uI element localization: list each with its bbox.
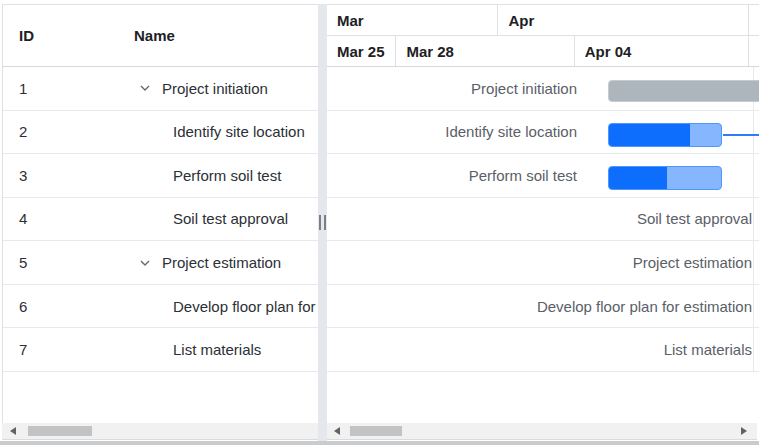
task-name-cell: Identify site location <box>122 123 318 140</box>
grid-horizontal-scrollbar[interactable] <box>2 423 318 440</box>
chevron-down-icon[interactable] <box>134 82 162 94</box>
gantt-component: ID Name 1 Project initiation 2 Identify … <box>0 0 759 445</box>
timeline-cell-week-empty <box>749 36 759 66</box>
scrollbar-thumb[interactable] <box>28 426 92 436</box>
dependency-connector-line <box>723 134 759 136</box>
grid-row-6[interactable]: 6 Develop floor plan for estimation <box>3 285 318 329</box>
timeline-tier-weeks: Mar 25 Mar 28 Apr 04 <box>327 36 759 67</box>
chart-row-7[interactable]: List materials <box>327 328 759 372</box>
taskbar-left-label: Project estimation <box>633 254 759 271</box>
page-scrollbar-strip[interactable] <box>0 441 759 445</box>
timeline-tier-months: Mar Apr <box>327 5 759 36</box>
treegrid-header: ID Name <box>3 5 318 67</box>
splitter-bar[interactable] <box>318 4 327 442</box>
column-header-id[interactable]: ID <box>3 27 122 44</box>
task-name-cell: Soil test approval <box>122 210 318 227</box>
grid-row-2[interactable]: 2 Identify site location <box>3 111 318 155</box>
timeline-cell-month: Mar <box>327 5 498 35</box>
chart-row-6[interactable]: Develop floor plan for estimation <box>327 285 759 329</box>
grid-row-3[interactable]: 3 Perform soil test <box>3 154 318 198</box>
task-name: Soil test approval <box>173 210 288 227</box>
chevron-down-icon[interactable] <box>134 257 162 269</box>
taskbar[interactable] <box>608 123 722 147</box>
task-id-cell: 4 <box>3 210 122 227</box>
task-id-cell: 5 <box>3 254 122 271</box>
chart-panel: Mar Apr Mar 25 Mar 28 Apr 04 Project ini… <box>327 4 759 440</box>
task-name: Identify site location <box>173 123 305 140</box>
task-name-cell: Project initiation <box>122 80 318 97</box>
scroll-left-icon[interactable] <box>334 427 340 435</box>
task-id-cell: 7 <box>3 341 122 358</box>
task-name: Project initiation <box>162 80 268 97</box>
parent-taskbar[interactable] <box>608 80 759 102</box>
task-name-cell: List materials <box>122 341 318 358</box>
task-name-cell: Project estimation <box>122 254 318 271</box>
scroll-left-icon[interactable] <box>10 427 16 435</box>
task-name: List materials <box>173 341 261 358</box>
grid-row-1[interactable]: 1 Project initiation <box>3 67 318 111</box>
task-id-cell: 2 <box>3 123 122 140</box>
taskbar-left-label: Soil test approval <box>637 210 759 227</box>
task-id-cell: 6 <box>3 298 122 315</box>
timeline-cell-month-empty <box>749 5 759 35</box>
chart-horizontal-scrollbar[interactable] <box>327 423 757 440</box>
chart-row-4[interactable]: Soil test approval <box>327 198 759 242</box>
grid-row-4[interactable]: 4 Soil test approval <box>3 198 318 242</box>
splitter-handle-icon[interactable] <box>319 215 326 230</box>
column-header-name[interactable]: Name <box>122 27 318 44</box>
taskbar-left-label: Develop floor plan for estimation <box>537 298 759 315</box>
scrollbar-thumb[interactable] <box>350 426 402 436</box>
scroll-right-icon[interactable] <box>741 427 747 435</box>
task-name-cell: Develop floor plan for estimation <box>122 298 318 315</box>
taskbar-progress <box>609 167 667 189</box>
timeline-cell-week: Apr 04 <box>575 36 749 66</box>
task-name: Project estimation <box>162 254 281 271</box>
task-id-cell: 1 <box>3 80 122 97</box>
taskbar-progress <box>609 124 690 146</box>
taskbar[interactable] <box>608 166 722 190</box>
timeline-cell-week: Mar 28 <box>396 36 574 66</box>
timeline-cell-month: Apr <box>498 5 749 35</box>
task-name: Develop floor plan for estimation <box>173 298 318 315</box>
grid-row-7[interactable]: 7 List materials <box>3 328 318 372</box>
timeline-gridline <box>753 67 754 372</box>
timeline-cell-week: Mar 25 <box>327 36 396 66</box>
task-name: Perform soil test <box>173 167 281 184</box>
grid-row-5[interactable]: 5 Project estimation <box>3 241 318 285</box>
chart-row-5[interactable]: Project estimation <box>327 241 759 285</box>
chart-rows-area: Project initiation Identify site locatio… <box>327 67 759 372</box>
treegrid-panel: ID Name 1 Project initiation 2 Identify … <box>2 4 318 440</box>
taskbar-left-label: List materials <box>664 341 759 358</box>
task-name-cell: Perform soil test <box>122 167 318 184</box>
task-id-cell: 3 <box>3 167 122 184</box>
